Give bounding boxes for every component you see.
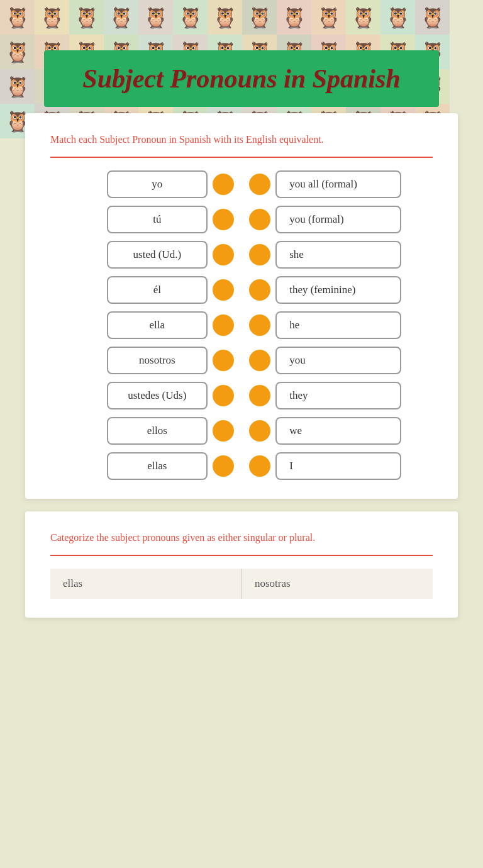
- right-dot-3[interactable]: [249, 279, 270, 301]
- right-dot-0[interactable]: [249, 174, 270, 195]
- spanish-word-7: ellos: [107, 417, 208, 445]
- english-word-2: she: [275, 241, 401, 269]
- match-right-4: he: [249, 311, 433, 339]
- match-row: usted (Ud.) she: [50, 241, 433, 269]
- right-dot-5[interactable]: [249, 350, 270, 371]
- match-section: Match each Subject Pronoun in Spanish wi…: [25, 113, 458, 499]
- owl-decoration: 🦉: [311, 0, 346, 35]
- owl-decoration: 🦉: [277, 0, 311, 35]
- right-dot-1[interactable]: [249, 209, 270, 230]
- left-dot-4[interactable]: [213, 314, 234, 336]
- english-word-3: they (feminine): [275, 276, 401, 304]
- right-dot-7[interactable]: [249, 420, 270, 442]
- match-right-1: you (formal): [249, 206, 433, 233]
- right-dot-2[interactable]: [249, 244, 270, 265]
- spanish-word-0: yo: [107, 170, 208, 198]
- owl-decoration: 🦉: [242, 0, 277, 35]
- page-title: Subject Pronouns in Spanish: [63, 63, 420, 94]
- categorize-divider: [50, 555, 433, 556]
- match-left-3: él: [50, 276, 234, 304]
- left-dot-2[interactable]: [213, 244, 234, 265]
- categorize-table: ellas nosotras: [50, 569, 433, 599]
- match-left-4: ella: [50, 311, 234, 339]
- spanish-word-8: ellas: [107, 452, 208, 480]
- match-left-1: tú: [50, 206, 234, 233]
- english-word-8: I: [275, 452, 401, 480]
- match-row: ella he: [50, 311, 433, 339]
- owl-decoration: 🦉: [346, 0, 380, 35]
- owl-decoration: 🦉: [415, 0, 450, 35]
- match-left-5: nosotros: [50, 347, 234, 374]
- match-left-2: usted (Ud.): [50, 241, 234, 269]
- right-dot-8[interactable]: [249, 455, 270, 477]
- owl-decoration: 🦉: [173, 0, 208, 35]
- left-dot-5[interactable]: [213, 350, 234, 371]
- owl-decoration: 🦉: [138, 0, 173, 35]
- match-row: tú you (formal): [50, 206, 433, 233]
- english-word-6: they: [275, 382, 401, 409]
- spanish-word-4: ella: [107, 311, 208, 339]
- match-row: él they (feminine): [50, 276, 433, 304]
- owl-decoration: 🦉: [0, 35, 35, 69]
- left-dot-8[interactable]: [213, 455, 234, 477]
- left-dot-7[interactable]: [213, 420, 234, 442]
- english-word-5: you: [275, 347, 401, 374]
- spanish-word-1: tú: [107, 206, 208, 233]
- match-left-8: ellas: [50, 452, 234, 480]
- left-dot-0[interactable]: [213, 174, 234, 195]
- english-word-0: you all (formal): [275, 170, 401, 198]
- left-dot-6[interactable]: [213, 385, 234, 406]
- owl-decoration: 🦉: [208, 0, 242, 35]
- owl-decoration: 🦉: [69, 0, 104, 35]
- match-row: ustedes (Uds) they: [50, 382, 433, 409]
- match-row: yo you all (formal): [50, 170, 433, 198]
- left-dot-1[interactable]: [213, 209, 234, 230]
- categorize-instructions: Categorize the subject pronouns given as…: [50, 530, 433, 545]
- owl-decoration: 🦉: [380, 0, 415, 35]
- categorize-section: Categorize the subject pronouns given as…: [25, 511, 458, 618]
- title-banner: Subject Pronouns in Spanish: [44, 50, 439, 107]
- match-grid: yo you all (formal) tú you (formal) uste…: [50, 170, 433, 480]
- spanish-word-5: nosotros: [107, 347, 208, 374]
- english-word-7: we: [275, 417, 401, 445]
- spanish-word-3: él: [107, 276, 208, 304]
- match-right-7: we: [249, 417, 433, 445]
- match-right-5: you: [249, 347, 433, 374]
- match-left-0: yo: [50, 170, 234, 198]
- match-left-6: ustedes (Uds): [50, 382, 234, 409]
- match-instructions: Match each Subject Pronoun in Spanish wi…: [50, 132, 433, 147]
- categorize-cell-2: nosotras: [242, 569, 433, 599]
- match-right-2: she: [249, 241, 433, 269]
- match-row: ellos we: [50, 417, 433, 445]
- right-dot-6[interactable]: [249, 385, 270, 406]
- owl-decoration: 🦉: [104, 0, 138, 35]
- left-dot-3[interactable]: [213, 279, 234, 301]
- match-right-6: they: [249, 382, 433, 409]
- match-right-8: I: [249, 452, 433, 480]
- spanish-word-2: usted (Ud.): [107, 241, 208, 269]
- match-row: ellas I: [50, 452, 433, 480]
- categorize-row: ellas nosotras: [50, 569, 433, 599]
- match-left-7: ellos: [50, 417, 234, 445]
- match-right-3: they (feminine): [249, 276, 433, 304]
- english-word-4: he: [275, 311, 401, 339]
- section-divider: [50, 157, 433, 158]
- owl-decoration: 🦉: [0, 69, 35, 104]
- spanish-word-6: ustedes (Uds): [107, 382, 208, 409]
- categorize-cell-1: ellas: [50, 569, 242, 599]
- match-right-0: you all (formal): [249, 170, 433, 198]
- owl-decoration: 🦉: [0, 0, 35, 35]
- owl-decoration: 🦉: [35, 0, 69, 35]
- right-dot-4[interactable]: [249, 314, 270, 336]
- english-word-1: you (formal): [275, 206, 401, 233]
- match-row: nosotros you: [50, 347, 433, 374]
